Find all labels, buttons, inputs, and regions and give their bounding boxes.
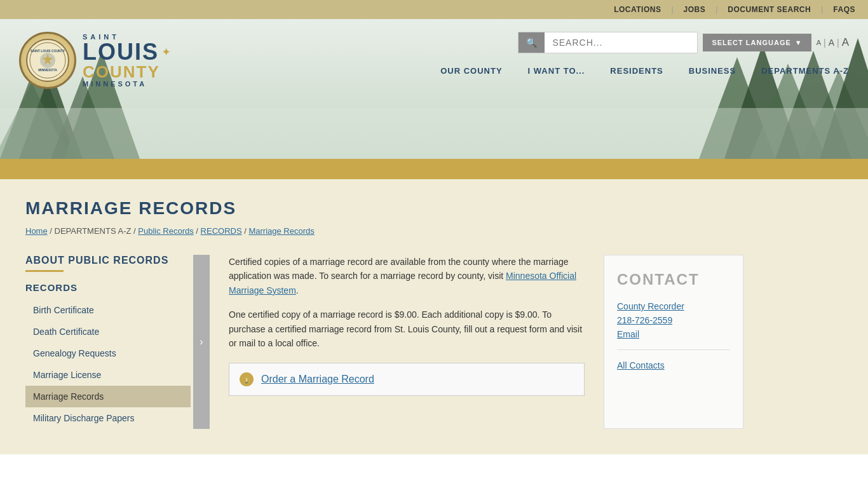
order-link-label: Order a Marriage Record	[261, 374, 374, 385]
nav-residents[interactable]: RESIDENTS	[610, 66, 663, 76]
logo-seal: SAINT LOUIS COUNTY MINNESOTA	[19, 32, 76, 89]
sidebar-item-marriage-records: Marriage Records	[25, 386, 191, 407]
logo-county: COUNTY	[83, 64, 171, 80]
content-layout: ABOUT PUBLIC RECORDS RECORDS Birth Certi…	[25, 255, 843, 429]
top-link-jobs[interactable]: JOBS	[684, 5, 706, 14]
order-marriage-record-link[interactable]: › Order a Marriage Record	[229, 363, 585, 396]
sidebar-toggle[interactable]: ›	[193, 255, 210, 429]
sidebar: ABOUT PUBLIC RECORDS RECORDS Birth Certi…	[25, 255, 191, 429]
sidebar-nav: Birth Certificate Death Certificate Gene…	[25, 299, 191, 429]
language-button[interactable]: SELECT LANGUAGE ▼	[703, 34, 811, 51]
top-link-document-search[interactable]: DOCUMENT SEARCH	[728, 5, 811, 14]
main-content: Certified copies of a marriage record ar…	[229, 255, 585, 429]
sidebar-divider	[25, 270, 64, 272]
header: SAINT LOUIS COUNTY MINNESOTA SAINT LOUIS…	[0, 19, 868, 159]
page-background: MARRIAGE RECORDS Home / DEPARTMENTS A-Z …	[0, 179, 868, 454]
sidebar-wrapper: ABOUT PUBLIC RECORDS RECORDS Birth Certi…	[25, 255, 210, 429]
sidebar-item-genealogy-requests: Genealogy Requests	[25, 342, 191, 364]
top-link-locations[interactable]: LOCATIONS	[614, 5, 661, 14]
nav-departments-az[interactable]: DEPARTMENTS A-Z	[761, 66, 849, 76]
search-button[interactable]: 🔍	[519, 32, 545, 53]
search-nav-area: 🔍 SELECT LANGUAGE ▼ A | A | A OUR COUNTY…	[440, 32, 849, 76]
contact-box: CONTACT County Recorder 218-726-2559 Ema…	[604, 255, 743, 429]
breadcrumb-records[interactable]: RECORDS	[201, 226, 242, 236]
svg-text:MINNESOTA: MINNESOTA	[38, 68, 57, 72]
body-paragraph-1: Certified copies of a marriage record ar…	[229, 255, 585, 297]
sidebar-link-military-discharge[interactable]: Military Discharge Papers	[25, 407, 191, 429]
svg-text:SAINT LOUIS COUNTY: SAINT LOUIS COUNTY	[31, 49, 65, 53]
contact-title: CONTACT	[617, 271, 730, 288]
font-medium[interactable]: A	[829, 37, 834, 48]
search-row: 🔍 SELECT LANGUAGE ▼ A | A | A	[518, 32, 849, 53]
main-nav: OUR COUNTY I WANT TO... RESIDENTS BUSINE…	[440, 66, 849, 76]
contact-divider	[617, 349, 730, 350]
breadcrumb-marriage-records[interactable]: Marriage Records	[248, 226, 314, 236]
sidebar-item-birth-certificate: Birth Certificate	[25, 299, 191, 321]
nav-business[interactable]: BUSINESS	[689, 66, 736, 76]
sidebar-item-death-certificate: Death Certificate	[25, 321, 191, 342]
order-link-icon: ›	[240, 372, 254, 386]
sidebar-link-marriage-license[interactable]: Marriage License	[25, 364, 191, 386]
sidebar-link-marriage-records[interactable]: Marriage Records	[25, 386, 191, 407]
sidebar-item-marriage-license: Marriage License	[25, 364, 191, 386]
contact-county-recorder[interactable]: County Recorder	[617, 301, 730, 311]
sidebar-link-birth-certificate[interactable]: Birth Certificate	[25, 299, 191, 321]
logo: SAINT LOUIS COUNTY MINNESOTA SAINT LOUIS…	[19, 32, 171, 89]
sidebar-link-death-certificate[interactable]: Death Certificate	[25, 321, 191, 342]
moms-link[interactable]: Minnesota Official Marriage System	[229, 271, 576, 295]
body-paragraph-2: One certified copy of a marriage record …	[229, 308, 585, 350]
nav-our-county[interactable]: OUR COUNTY	[440, 66, 502, 76]
sidebar-section-title: ABOUT PUBLIC RECORDS	[25, 255, 191, 266]
page-title: MARRIAGE RECORDS	[25, 198, 843, 219]
sidebar-item-military-discharge: Military Discharge Papers	[25, 407, 191, 429]
nav-i-want-to[interactable]: I WANT TO...	[528, 66, 585, 76]
contact-phone[interactable]: 218-726-2559	[617, 315, 730, 325]
gold-divider	[0, 159, 868, 179]
breadcrumb: Home / DEPARTMENTS A-Z / Public Records …	[25, 226, 843, 236]
contact-email[interactable]: Email	[617, 329, 730, 339]
records-title: RECORDS	[25, 282, 191, 293]
search-box: 🔍	[518, 32, 698, 53]
font-large[interactable]: A	[842, 36, 849, 49]
breadcrumb-public-records[interactable]: Public Records	[138, 226, 193, 236]
svg-rect-11	[0, 108, 868, 159]
search-input[interactable]	[545, 32, 697, 53]
font-size-controls: A | A | A	[817, 36, 849, 49]
logo-louis: LOUIS	[83, 41, 159, 64]
font-small[interactable]: A	[817, 39, 821, 46]
contact-all-contacts[interactable]: All Contacts	[617, 360, 730, 370]
sidebar-link-genealogy-requests[interactable]: Genealogy Requests	[25, 342, 191, 364]
header-content: SAINT LOUIS COUNTY MINNESOTA SAINT LOUIS…	[0, 19, 868, 102]
top-bar: LOCATIONS | JOBS | DOCUMENT SEARCH | FAQ…	[0, 0, 868, 19]
breadcrumb-home[interactable]: Home	[25, 226, 48, 236]
logo-minnesota: MINNESOTA	[83, 80, 171, 88]
top-link-faqs[interactable]: FAQS	[833, 5, 855, 14]
breadcrumb-departments: DEPARTMENTS A-Z	[55, 226, 132, 236]
logo-text: SAINT LOUIS ✦ COUNTY MINNESOTA	[83, 33, 171, 88]
